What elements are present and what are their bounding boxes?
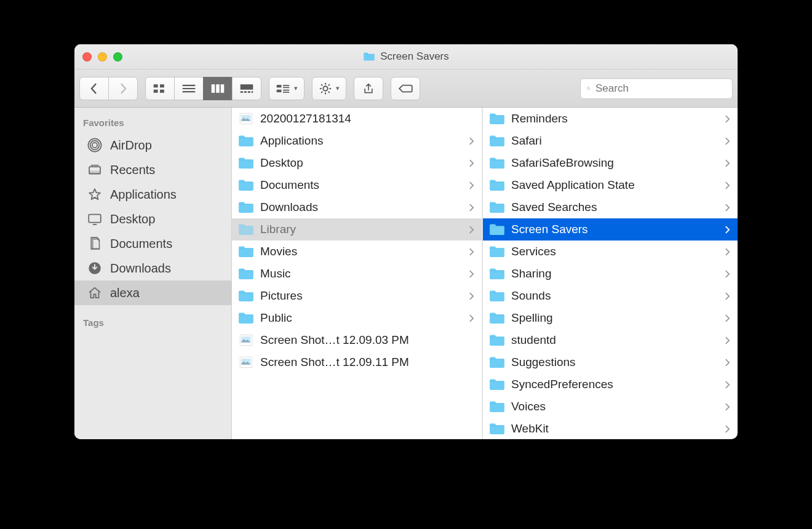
home-icon <box>87 285 103 301</box>
chevron-right-icon <box>725 181 731 189</box>
column-1: Reminders Safari SafariSafeBrowsing Save… <box>483 108 738 439</box>
list-item[interactable]: Safari <box>483 130 738 152</box>
item-label: studentd <box>511 333 718 347</box>
close-window-button[interactable] <box>82 52 92 62</box>
list-item[interactable]: 20200127181314 <box>232 108 482 130</box>
image-icon <box>238 112 254 125</box>
minimize-window-button[interactable] <box>98 52 107 62</box>
item-label: Downloads <box>260 201 463 214</box>
tags-button[interactable] <box>391 77 420 100</box>
traffic-lights <box>82 44 122 69</box>
list-item[interactable]: Library <box>232 218 482 241</box>
item-label: Sounds <box>511 289 718 303</box>
view-icons-button[interactable] <box>145 77 175 100</box>
item-label: Public <box>260 311 463 325</box>
list-item[interactable]: Pictures <box>232 285 482 307</box>
list-item[interactable]: Public <box>232 307 482 329</box>
columns-icon <box>210 83 225 94</box>
item-label: Movies <box>260 245 463 258</box>
list-item[interactable]: Saved Application State <box>483 174 738 196</box>
sidebar-item-downloads[interactable]: Downloads <box>74 256 231 280</box>
search-field[interactable] <box>580 78 733 99</box>
folder-icon <box>489 156 505 170</box>
folder-icon <box>238 289 254 303</box>
chevron-right-icon <box>469 159 476 167</box>
item-label: Services <box>511 245 718 258</box>
list-item[interactable]: Suggestions <box>483 351 738 373</box>
sidebar-item-label: Recents <box>110 163 155 177</box>
gear-icon <box>319 82 332 95</box>
group-by-button[interactable]: ▾ <box>269 77 304 100</box>
folder-icon <box>238 311 254 325</box>
view-mode-group <box>145 77 261 100</box>
chevron-right-icon <box>725 137 731 145</box>
search-input[interactable] <box>595 82 726 95</box>
sidebar-item-desktop[interactable]: Desktop <box>74 207 231 231</box>
chevron-right-icon <box>469 270 476 278</box>
sidebar-item-airdrop[interactable]: AirDrop <box>74 133 231 157</box>
sidebar-item-label: Documents <box>110 237 172 251</box>
item-label: Screen Shot…t 12.09.03 PM <box>260 333 476 347</box>
back-button[interactable] <box>79 77 109 100</box>
list-item[interactable]: Desktop <box>232 152 482 174</box>
forward-button[interactable] <box>108 77 138 100</box>
folder-icon <box>489 333 505 347</box>
list-item[interactable]: Applications <box>232 130 482 152</box>
list-item[interactable]: Services <box>483 241 738 263</box>
sidebar-item-label: alexa <box>110 286 140 300</box>
list-item[interactable]: Downloads <box>232 196 482 218</box>
zoom-window-button[interactable] <box>113 52 122 62</box>
chevron-right-icon <box>469 137 476 145</box>
list-item[interactable]: Screen Shot…t 12.09.11 PM <box>232 351 482 373</box>
sidebar-item-recents[interactable]: Recents <box>74 157 231 182</box>
downloads-icon <box>87 260 103 276</box>
chevron-right-icon <box>469 314 476 322</box>
folder-icon <box>238 201 254 214</box>
list-item[interactable]: Movies <box>232 241 482 263</box>
tag-icon <box>397 83 413 94</box>
list-item[interactable]: WebKit <box>483 418 738 439</box>
desktop-icon <box>87 211 103 227</box>
list-item[interactable]: studentd <box>483 329 738 351</box>
list-item[interactable]: Spelling <box>483 307 738 329</box>
folder-icon <box>489 223 505 236</box>
view-gallery-button[interactable] <box>232 77 261 100</box>
list-item[interactable]: Screen Shot…t 12.09.03 PM <box>232 329 482 351</box>
item-label: Applications <box>260 134 463 148</box>
list-item[interactable]: Voices <box>483 396 738 418</box>
chevron-right-icon <box>469 181 476 189</box>
item-label: Screen Savers <box>511 223 718 236</box>
list-icon <box>181 83 196 94</box>
folder-icon <box>489 245 505 258</box>
folder-icon <box>489 378 505 391</box>
action-menu-button[interactable]: ▾ <box>312 77 346 100</box>
sidebar-heading-favorites: Favorites <box>74 114 231 133</box>
list-item[interactable]: Screen Savers <box>483 218 738 241</box>
list-item[interactable]: SafariSafeBrowsing <box>483 152 738 174</box>
list-item[interactable]: Saved Searches <box>483 196 738 218</box>
sidebar-item-alexa[interactable]: alexa <box>74 280 231 305</box>
view-columns-button[interactable] <box>203 77 233 100</box>
share-button[interactable] <box>354 77 383 100</box>
chevron-right-icon <box>725 359 731 367</box>
item-label: SyncedPreferences <box>511 378 718 391</box>
list-item[interactable]: SyncedPreferences <box>483 373 738 396</box>
documents-icon <box>87 236 103 252</box>
list-item[interactable]: Sharing <box>483 263 738 285</box>
item-label: WebKit <box>511 422 718 436</box>
finder-window: Screen Savers ▾ ▾ <box>74 44 738 439</box>
column-0: 20200127181314 Applications Desktop Docu… <box>232 108 483 439</box>
chevron-right-icon <box>725 159 731 167</box>
sidebar-item-applications[interactable]: Applications <box>74 182 231 207</box>
folder-icon <box>238 134 254 148</box>
list-item[interactable]: Documents <box>232 174 482 196</box>
list-item[interactable]: Sounds <box>483 285 738 307</box>
folder-icon <box>489 400 505 413</box>
columns-area: 20200127181314 Applications Desktop Docu… <box>232 108 738 439</box>
item-label: Spelling <box>511 311 718 325</box>
sidebar-item-documents[interactable]: Documents <box>74 231 231 256</box>
view-list-button[interactable] <box>174 77 204 100</box>
list-item[interactable]: Music <box>232 263 482 285</box>
list-item[interactable]: Reminders <box>483 108 738 130</box>
sidebar-item-label: Downloads <box>110 261 171 276</box>
